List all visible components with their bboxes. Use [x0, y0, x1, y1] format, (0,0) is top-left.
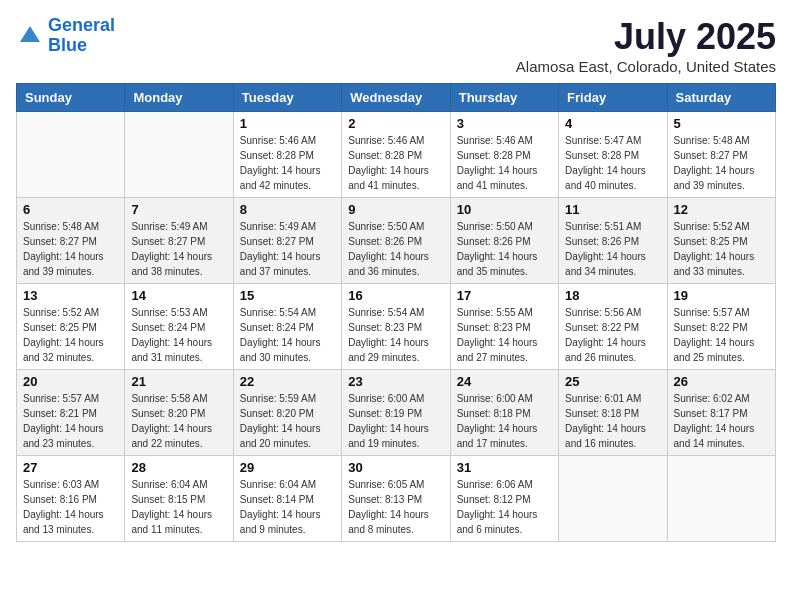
day-info: Sunrise: 6:03 AMSunset: 8:16 PMDaylight:… — [23, 477, 118, 537]
calendar-cell-2-5: 10Sunrise: 5:50 AMSunset: 8:26 PMDayligh… — [450, 198, 558, 284]
day-number: 20 — [23, 374, 118, 389]
calendar-cell-1-5: 3Sunrise: 5:46 AMSunset: 8:28 PMDaylight… — [450, 112, 558, 198]
day-number: 6 — [23, 202, 118, 217]
day-number: 15 — [240, 288, 335, 303]
calendar-week-4: 20Sunrise: 5:57 AMSunset: 8:21 PMDayligh… — [17, 370, 776, 456]
day-info: Sunrise: 5:50 AMSunset: 8:26 PMDaylight:… — [348, 219, 443, 279]
calendar-cell-5-2: 28Sunrise: 6:04 AMSunset: 8:15 PMDayligh… — [125, 456, 233, 542]
calendar-cell-5-6 — [559, 456, 667, 542]
calendar-cell-3-7: 19Sunrise: 5:57 AMSunset: 8:22 PMDayligh… — [667, 284, 775, 370]
day-number: 25 — [565, 374, 660, 389]
day-number: 28 — [131, 460, 226, 475]
calendar-week-5: 27Sunrise: 6:03 AMSunset: 8:16 PMDayligh… — [17, 456, 776, 542]
day-info: Sunrise: 5:52 AMSunset: 8:25 PMDaylight:… — [23, 305, 118, 365]
day-number: 17 — [457, 288, 552, 303]
calendar-cell-5-1: 27Sunrise: 6:03 AMSunset: 8:16 PMDayligh… — [17, 456, 125, 542]
calendar-cell-1-3: 1Sunrise: 5:46 AMSunset: 8:28 PMDaylight… — [233, 112, 341, 198]
day-number: 4 — [565, 116, 660, 131]
day-number: 16 — [348, 288, 443, 303]
day-number: 3 — [457, 116, 552, 131]
calendar-week-3: 13Sunrise: 5:52 AMSunset: 8:25 PMDayligh… — [17, 284, 776, 370]
calendar-cell-3-5: 17Sunrise: 5:55 AMSunset: 8:23 PMDayligh… — [450, 284, 558, 370]
day-info: Sunrise: 5:51 AMSunset: 8:26 PMDaylight:… — [565, 219, 660, 279]
col-thursday: Thursday — [450, 84, 558, 112]
day-number: 22 — [240, 374, 335, 389]
day-info: Sunrise: 5:46 AMSunset: 8:28 PMDaylight:… — [457, 133, 552, 193]
calendar-cell-2-7: 12Sunrise: 5:52 AMSunset: 8:25 PMDayligh… — [667, 198, 775, 284]
day-info: Sunrise: 5:56 AMSunset: 8:22 PMDaylight:… — [565, 305, 660, 365]
day-info: Sunrise: 5:57 AMSunset: 8:22 PMDaylight:… — [674, 305, 769, 365]
day-info: Sunrise: 5:47 AMSunset: 8:28 PMDaylight:… — [565, 133, 660, 193]
day-info: Sunrise: 5:54 AMSunset: 8:23 PMDaylight:… — [348, 305, 443, 365]
logo: General Blue — [16, 16, 115, 56]
day-number: 14 — [131, 288, 226, 303]
day-info: Sunrise: 5:52 AMSunset: 8:25 PMDaylight:… — [674, 219, 769, 279]
calendar-cell-5-3: 29Sunrise: 6:04 AMSunset: 8:14 PMDayligh… — [233, 456, 341, 542]
day-number: 19 — [674, 288, 769, 303]
calendar-cell-2-1: 6Sunrise: 5:48 AMSunset: 8:27 PMDaylight… — [17, 198, 125, 284]
calendar-header-row: Sunday Monday Tuesday Wednesday Thursday… — [17, 84, 776, 112]
calendar-cell-5-7 — [667, 456, 775, 542]
logo-text: General Blue — [48, 16, 115, 56]
day-number: 8 — [240, 202, 335, 217]
day-number: 12 — [674, 202, 769, 217]
day-info: Sunrise: 5:48 AMSunset: 8:27 PMDaylight:… — [674, 133, 769, 193]
calendar-cell-1-7: 5Sunrise: 5:48 AMSunset: 8:27 PMDaylight… — [667, 112, 775, 198]
page-header: General Blue July 2025 Alamosa East, Col… — [16, 16, 776, 75]
day-info: Sunrise: 6:01 AMSunset: 8:18 PMDaylight:… — [565, 391, 660, 451]
col-monday: Monday — [125, 84, 233, 112]
calendar-cell-1-2 — [125, 112, 233, 198]
day-number: 2 — [348, 116, 443, 131]
day-info: Sunrise: 6:00 AMSunset: 8:18 PMDaylight:… — [457, 391, 552, 451]
logo-general: General — [48, 15, 115, 35]
calendar-cell-2-4: 9Sunrise: 5:50 AMSunset: 8:26 PMDaylight… — [342, 198, 450, 284]
day-info: Sunrise: 5:53 AMSunset: 8:24 PMDaylight:… — [131, 305, 226, 365]
calendar-cell-3-4: 16Sunrise: 5:54 AMSunset: 8:23 PMDayligh… — [342, 284, 450, 370]
day-number: 18 — [565, 288, 660, 303]
day-info: Sunrise: 5:46 AMSunset: 8:28 PMDaylight:… — [240, 133, 335, 193]
day-info: Sunrise: 5:54 AMSunset: 8:24 PMDaylight:… — [240, 305, 335, 365]
day-number: 30 — [348, 460, 443, 475]
day-number: 31 — [457, 460, 552, 475]
day-info: Sunrise: 6:06 AMSunset: 8:12 PMDaylight:… — [457, 477, 552, 537]
calendar-table: Sunday Monday Tuesday Wednesday Thursday… — [16, 83, 776, 542]
calendar-cell-4-1: 20Sunrise: 5:57 AMSunset: 8:21 PMDayligh… — [17, 370, 125, 456]
calendar-cell-4-4: 23Sunrise: 6:00 AMSunset: 8:19 PMDayligh… — [342, 370, 450, 456]
day-number: 24 — [457, 374, 552, 389]
col-saturday: Saturday — [667, 84, 775, 112]
day-number: 7 — [131, 202, 226, 217]
title-block: July 2025 Alamosa East, Colorado, United… — [516, 16, 776, 75]
day-number: 10 — [457, 202, 552, 217]
calendar-cell-5-5: 31Sunrise: 6:06 AMSunset: 8:12 PMDayligh… — [450, 456, 558, 542]
day-info: Sunrise: 6:02 AMSunset: 8:17 PMDaylight:… — [674, 391, 769, 451]
calendar-cell-4-2: 21Sunrise: 5:58 AMSunset: 8:20 PMDayligh… — [125, 370, 233, 456]
subtitle: Alamosa East, Colorado, United States — [516, 58, 776, 75]
logo-icon — [16, 22, 44, 50]
calendar-cell-4-6: 25Sunrise: 6:01 AMSunset: 8:18 PMDayligh… — [559, 370, 667, 456]
day-info: Sunrise: 5:49 AMSunset: 8:27 PMDaylight:… — [240, 219, 335, 279]
day-info: Sunrise: 6:04 AMSunset: 8:14 PMDaylight:… — [240, 477, 335, 537]
calendar-cell-1-6: 4Sunrise: 5:47 AMSunset: 8:28 PMDaylight… — [559, 112, 667, 198]
day-info: Sunrise: 5:49 AMSunset: 8:27 PMDaylight:… — [131, 219, 226, 279]
calendar-week-2: 6Sunrise: 5:48 AMSunset: 8:27 PMDaylight… — [17, 198, 776, 284]
day-info: Sunrise: 6:04 AMSunset: 8:15 PMDaylight:… — [131, 477, 226, 537]
calendar-cell-1-1 — [17, 112, 125, 198]
day-number: 5 — [674, 116, 769, 131]
day-info: Sunrise: 5:57 AMSunset: 8:21 PMDaylight:… — [23, 391, 118, 451]
calendar-cell-3-1: 13Sunrise: 5:52 AMSunset: 8:25 PMDayligh… — [17, 284, 125, 370]
calendar-cell-3-3: 15Sunrise: 5:54 AMSunset: 8:24 PMDayligh… — [233, 284, 341, 370]
calendar-cell-5-4: 30Sunrise: 6:05 AMSunset: 8:13 PMDayligh… — [342, 456, 450, 542]
day-info: Sunrise: 6:00 AMSunset: 8:19 PMDaylight:… — [348, 391, 443, 451]
day-info: Sunrise: 5:59 AMSunset: 8:20 PMDaylight:… — [240, 391, 335, 451]
day-number: 23 — [348, 374, 443, 389]
calendar-cell-2-6: 11Sunrise: 5:51 AMSunset: 8:26 PMDayligh… — [559, 198, 667, 284]
calendar-cell-4-7: 26Sunrise: 6:02 AMSunset: 8:17 PMDayligh… — [667, 370, 775, 456]
col-tuesday: Tuesday — [233, 84, 341, 112]
calendar-week-1: 1Sunrise: 5:46 AMSunset: 8:28 PMDaylight… — [17, 112, 776, 198]
day-info: Sunrise: 5:48 AMSunset: 8:27 PMDaylight:… — [23, 219, 118, 279]
calendar-cell-3-6: 18Sunrise: 5:56 AMSunset: 8:22 PMDayligh… — [559, 284, 667, 370]
calendar-cell-2-3: 8Sunrise: 5:49 AMSunset: 8:27 PMDaylight… — [233, 198, 341, 284]
calendar-cell-4-5: 24Sunrise: 6:00 AMSunset: 8:18 PMDayligh… — [450, 370, 558, 456]
day-info: Sunrise: 5:58 AMSunset: 8:20 PMDaylight:… — [131, 391, 226, 451]
day-number: 21 — [131, 374, 226, 389]
